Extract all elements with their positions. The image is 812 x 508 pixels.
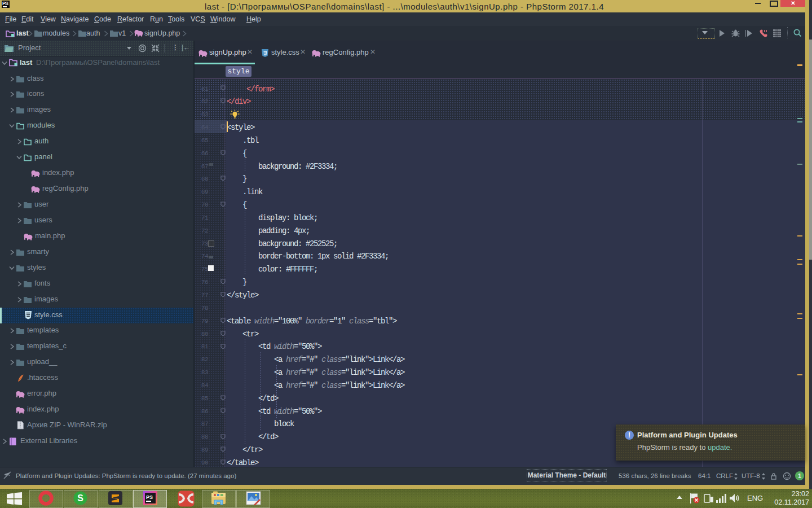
svg-text:PS: PS (146, 494, 153, 500)
svg-text:S: S (77, 493, 83, 503)
